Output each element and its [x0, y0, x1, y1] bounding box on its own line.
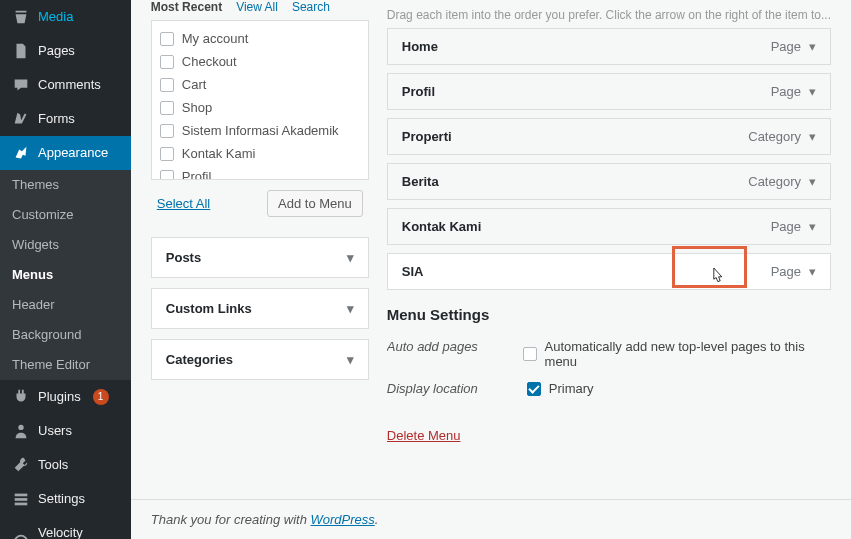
sidebar-item-forms[interactable]: Forms — [0, 102, 131, 136]
menu-item-row-sia[interactable]: SIAPage▾ — [387, 253, 831, 290]
settings-icon — [12, 490, 30, 508]
svg-point-0 — [18, 425, 23, 430]
main-area: Most Recent View All Search My account C… — [131, 0, 851, 539]
checkbox[interactable] — [160, 124, 174, 138]
help-text: Drag each item into the order you prefer… — [387, 8, 831, 22]
appearance-submenu: Themes Customize Widgets Menus Header Ba… — [0, 170, 131, 380]
caret-down-icon: ▾ — [347, 352, 354, 367]
display-location-row: Display location Primary — [387, 375, 831, 402]
pages-list[interactable]: My account Checkout Cart Shop Sistem Inf… — [152, 21, 368, 179]
sidebar-item-users[interactable]: Users — [0, 414, 131, 448]
forms-icon — [12, 110, 30, 128]
sidebar-label: Appearance — [38, 144, 108, 162]
pages-tabs: Most Recent View All Search — [151, 0, 369, 14]
tab-most-recent[interactable]: Most Recent — [151, 0, 222, 14]
sidebar-label: Media — [38, 8, 73, 26]
accordion-categories[interactable]: Categories▾ — [151, 339, 369, 380]
menu-item-row[interactable]: BeritaCategory▾ — [387, 163, 831, 200]
checkbox[interactable] — [160, 32, 174, 46]
caret-down-icon[interactable]: ▾ — [809, 174, 816, 189]
menu-item-row[interactable]: HomePage▾ — [387, 28, 831, 65]
sidebar-item-velocity[interactable]: Velocity Options — [0, 516, 131, 539]
menu-item-row[interactable]: ProfilPage▾ — [387, 73, 831, 110]
sidebar-item-comments[interactable]: Comments — [0, 68, 131, 102]
sidebar-item-media[interactable]: Media — [0, 0, 131, 34]
menu-items-list: HomePage▾ ProfilPage▾ PropertiCategory▾ … — [387, 28, 831, 290]
submenu-widgets[interactable]: Widgets — [0, 230, 131, 260]
pages-icon — [12, 42, 30, 60]
svg-rect-1 — [15, 494, 28, 497]
caret-down-icon[interactable]: ▾ — [809, 219, 816, 234]
sidebar-label: Settings — [38, 490, 85, 508]
velocity-icon — [12, 533, 30, 539]
pages-actions: Select All Add to Menu — [151, 180, 369, 227]
users-icon — [12, 422, 30, 440]
page-checkbox-row[interactable]: Profil — [158, 165, 362, 179]
caret-down-icon[interactable]: ▾ — [809, 39, 816, 54]
sidebar-label: Tools — [38, 456, 68, 474]
admin-sidebar: Media Pages Comments Forms Appearance Th… — [0, 0, 131, 539]
admin-footer: Thank you for creating with WordPress. — [131, 499, 851, 539]
submenu-menus[interactable]: Menus — [0, 260, 131, 290]
page-checkbox-row[interactable]: Sistem Informasi Akademik — [158, 119, 362, 142]
svg-rect-2 — [15, 498, 28, 501]
plugins-icon — [12, 388, 30, 406]
checkbox[interactable] — [160, 55, 174, 69]
page-checkbox-row[interactable]: Cart — [158, 73, 362, 96]
sidebar-label: Velocity Options — [38, 524, 119, 539]
sidebar-item-pages[interactable]: Pages — [0, 34, 131, 68]
appearance-icon — [12, 144, 30, 162]
submenu-theme-editor[interactable]: Theme Editor — [0, 350, 131, 380]
sidebar-item-tools[interactable]: Tools — [0, 448, 131, 482]
sidebar-item-settings[interactable]: Settings — [0, 482, 131, 516]
primary-checkbox[interactable] — [527, 382, 541, 396]
menu-settings-title: Menu Settings — [387, 306, 831, 323]
menu-item-row[interactable]: PropertiCategory▾ — [387, 118, 831, 155]
wordpress-link[interactable]: WordPress — [310, 512, 374, 527]
caret-down-icon[interactable]: ▾ — [809, 264, 816, 279]
checkbox[interactable] — [160, 170, 174, 180]
comments-icon — [12, 76, 30, 94]
caret-down-icon[interactable]: ▾ — [809, 84, 816, 99]
sidebar-item-plugins[interactable]: Plugins 1 — [0, 380, 131, 414]
plugins-badge: 1 — [93, 389, 109, 405]
page-checkbox-row[interactable]: Shop — [158, 96, 362, 119]
submenu-customize[interactable]: Customize — [0, 200, 131, 230]
app-frame: Media Pages Comments Forms Appearance Th… — [0, 0, 851, 539]
metabox-column: Most Recent View All Search My account C… — [151, 0, 369, 499]
auto-add-checkbox[interactable] — [523, 347, 537, 361]
delete-menu-link[interactable]: Delete Menu — [387, 428, 461, 443]
checkbox[interactable] — [160, 147, 174, 161]
accordion-custom-links[interactable]: Custom Links▾ — [151, 288, 369, 329]
submenu-themes[interactable]: Themes — [0, 170, 131, 200]
menu-structure-column: Drag each item into the order you prefer… — [387, 0, 831, 499]
sidebar-label: Plugins — [38, 388, 81, 406]
sidebar-item-appearance[interactable]: Appearance — [0, 136, 131, 170]
media-icon — [12, 8, 30, 26]
svg-rect-3 — [15, 503, 28, 506]
sidebar-label: Comments — [38, 76, 101, 94]
tab-view-all[interactable]: View All — [236, 0, 278, 14]
checkbox[interactable] — [160, 78, 174, 92]
tab-search[interactable]: Search — [292, 0, 330, 14]
submenu-background[interactable]: Background — [0, 320, 131, 350]
checkbox[interactable] — [160, 101, 174, 115]
pages-metabox: My account Checkout Cart Shop Sistem Inf… — [151, 20, 369, 180]
tools-icon — [12, 456, 30, 474]
submenu-header[interactable]: Header — [0, 290, 131, 320]
sidebar-label: Users — [38, 422, 72, 440]
accordion-posts[interactable]: Posts▾ — [151, 237, 369, 278]
caret-down-icon: ▾ — [347, 301, 354, 316]
add-to-menu-button[interactable]: Add to Menu — [267, 190, 363, 217]
page-checkbox-row[interactable]: My account — [158, 27, 362, 50]
sidebar-label: Forms — [38, 110, 75, 128]
sidebar-label: Pages — [38, 42, 75, 60]
caret-down-icon[interactable]: ▾ — [809, 129, 816, 144]
select-all-link[interactable]: Select All — [157, 196, 210, 211]
page-checkbox-row[interactable]: Checkout — [158, 50, 362, 73]
caret-down-icon: ▾ — [347, 250, 354, 265]
auto-add-pages-row: Auto add pages Automatically add new top… — [387, 333, 831, 375]
page-checkbox-row[interactable]: Kontak Kami — [158, 142, 362, 165]
menu-item-row[interactable]: Kontak KamiPage▾ — [387, 208, 831, 245]
